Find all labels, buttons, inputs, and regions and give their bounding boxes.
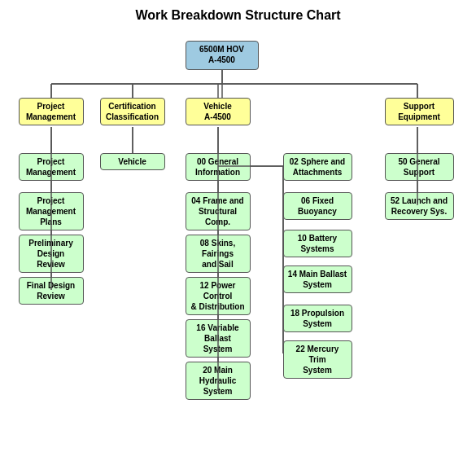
node-v5: 16 Variable Ballast System [186,319,251,358]
node-pm3-label: Preliminary Design Review [28,239,72,269]
node-v6-label: 20 Main Hydraulic System [199,366,237,396]
node-v7: 02 Sphere and Attachments [283,153,352,181]
node-v11-label: 18 Propulsion System [290,309,344,328]
node-v11: 18 Propulsion System [283,305,352,332]
node-s1: 50 General Support [385,153,454,181]
node-cert1: Vehicle [100,153,165,170]
node-cert-cat: Certification Classification [100,98,165,125]
node-v2-label: 04 Frame and Structural Comp. [191,196,243,226]
node-v1: 00 General Information [186,153,251,181]
node-v12-label: 22 Mercury Trim System [296,344,339,375]
node-v3-label: 08 Skins, Fairings and Sail [200,239,235,269]
node-v4: 12 Power Control & Distribution [186,277,251,315]
node-s2-label: 52 Launch and Recovery Sys. [391,196,448,216]
node-v1-label: 00 General Information [195,157,240,177]
node-pm4-label: Final Design Review [27,281,75,301]
node-v10-label: 14 Main Ballast System [288,270,347,289]
chart-title: Work Breakdown Structure Chart [8,8,468,23]
node-cert1-label: Vehicle [118,157,146,166]
node-v10: 14 Main Ballast System [283,265,352,293]
node-v12: 22 Mercury Trim System [283,340,352,379]
node-pm4: Final Design Review [19,277,84,305]
node-v2: 04 Frame and Structural Comp. [186,192,251,230]
node-pm-cat-label: Project Management [26,102,76,121]
node-v9: 10 Battery Systems [283,230,352,257]
node-pm-cat: Project Management [19,98,84,125]
node-root-label: 6500M HOV A-4500 [199,45,244,64]
node-support-cat-label: Support Equipment [398,102,440,121]
node-pm1-label: Project Management [26,157,76,177]
node-v6: 20 Main Hydraulic System [186,362,251,400]
node-v4-label: 12 Power Control & Distribution [190,281,244,311]
node-v8-label: 06 Fixed Buoyancy [298,196,337,216]
node-v8: 06 Fixed Buoyancy [283,192,352,220]
node-pm2: Project Management Plans [19,192,84,230]
tree-container: 6500M HOV A-4500 Project Management Cert… [11,33,466,440]
node-vehicle-cat: Vehicle A-4500 [186,98,251,125]
node-v9-label: 10 Battery Systems [298,234,337,253]
node-v7-label: 02 Sphere and Attachments [290,157,345,177]
node-pm3: Preliminary Design Review [19,235,84,273]
node-s2: 52 Launch and Recovery Sys. [385,192,454,220]
node-support-cat: Support Equipment [385,98,454,125]
node-v5-label: 16 Variable Ballast System [196,323,238,353]
node-s1-label: 50 General Support [398,157,439,177]
node-pm2-label: Project Management Plans [26,196,76,226]
node-vehicle-cat-label: Vehicle A-4500 [203,102,231,121]
node-v3: 08 Skins, Fairings and Sail [186,235,251,273]
node-root: 6500M HOV A-4500 [186,41,259,70]
node-pm1: Project Management [19,153,84,181]
node-cert-cat-label: Certification Classification [106,102,159,121]
